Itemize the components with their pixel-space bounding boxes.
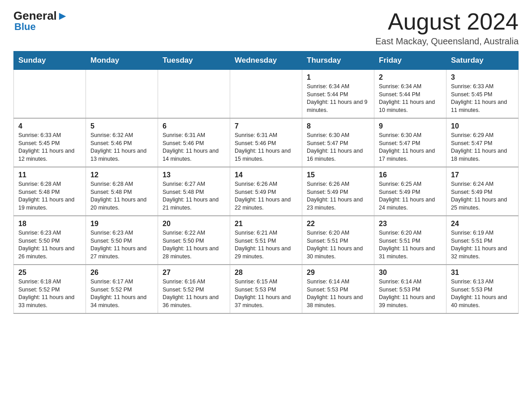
day-number: 7 — [235, 122, 297, 130]
day-number: 12 — [90, 171, 153, 179]
calendar-cell: 13Sunrise: 6:27 AMSunset: 5:48 PMDayligh… — [158, 167, 230, 216]
day-number: 25 — [18, 269, 81, 277]
calendar-cell: 27Sunrise: 6:16 AMSunset: 5:52 PMDayligh… — [158, 265, 230, 313]
col-thursday: Thursday — [302, 51, 374, 70]
calendar-cell: 3Sunrise: 6:33 AMSunset: 5:45 PMDaylight… — [446, 70, 519, 119]
day-number: 24 — [451, 220, 514, 228]
calendar-cell — [86, 70, 158, 119]
day-number: 10 — [451, 122, 514, 130]
calendar-cell: 16Sunrise: 6:25 AMSunset: 5:49 PMDayligh… — [374, 167, 446, 216]
calendar-cell: 31Sunrise: 6:13 AMSunset: 5:53 PMDayligh… — [446, 265, 519, 313]
day-info: Sunrise: 6:29 AMSunset: 5:47 PMDaylight:… — [451, 132, 507, 162]
calendar-table: Sunday Monday Tuesday Wednesday Thursday… — [13, 51, 519, 314]
day-info: Sunrise: 6:14 AMSunset: 5:53 PMDaylight:… — [379, 278, 435, 308]
day-number: 11 — [18, 171, 81, 179]
calendar-week-4: 18Sunrise: 6:23 AMSunset: 5:50 PMDayligh… — [14, 216, 519, 265]
day-info: Sunrise: 6:17 AMSunset: 5:52 PMDaylight:… — [90, 278, 146, 308]
day-info: Sunrise: 6:31 AMSunset: 5:46 PMDaylight:… — [163, 132, 219, 162]
day-number: 14 — [235, 171, 297, 179]
day-info: Sunrise: 6:28 AMSunset: 5:48 PMDaylight:… — [18, 181, 74, 211]
day-info: Sunrise: 6:26 AMSunset: 5:49 PMDaylight:… — [307, 181, 363, 211]
calendar-cell: 9Sunrise: 6:30 AMSunset: 5:47 PMDaylight… — [374, 118, 446, 167]
days-of-week-row: Sunday Monday Tuesday Wednesday Thursday… — [14, 51, 519, 70]
calendar-cell: 5Sunrise: 6:32 AMSunset: 5:46 PMDaylight… — [86, 118, 158, 167]
day-number: 21 — [235, 220, 297, 228]
day-info: Sunrise: 6:22 AMSunset: 5:50 PMDaylight:… — [163, 230, 219, 260]
day-number: 18 — [18, 220, 81, 228]
day-number: 13 — [163, 171, 225, 179]
col-saturday: Saturday — [446, 51, 519, 70]
day-info: Sunrise: 6:34 AMSunset: 5:44 PMDaylight:… — [379, 83, 435, 113]
day-info: Sunrise: 6:26 AMSunset: 5:49 PMDaylight:… — [235, 181, 291, 211]
day-info: Sunrise: 6:33 AMSunset: 5:45 PMDaylight:… — [18, 132, 74, 162]
calendar-cell: 10Sunrise: 6:29 AMSunset: 5:47 PMDayligh… — [446, 118, 519, 167]
calendar-cell: 2Sunrise: 6:34 AMSunset: 5:44 PMDaylight… — [374, 70, 446, 119]
day-number: 26 — [90, 269, 153, 277]
day-info: Sunrise: 6:15 AMSunset: 5:53 PMDaylight:… — [235, 278, 291, 308]
day-info: Sunrise: 6:33 AMSunset: 5:45 PMDaylight:… — [451, 83, 507, 113]
calendar-cell — [158, 70, 230, 119]
calendar-cell: 23Sunrise: 6:20 AMSunset: 5:51 PMDayligh… — [374, 216, 446, 265]
day-info: Sunrise: 6:23 AMSunset: 5:50 PMDaylight:… — [18, 230, 74, 260]
calendar-cell: 24Sunrise: 6:19 AMSunset: 5:51 PMDayligh… — [446, 216, 519, 265]
calendar-cell: 25Sunrise: 6:18 AMSunset: 5:52 PMDayligh… — [14, 265, 86, 313]
calendar-cell: 12Sunrise: 6:28 AMSunset: 5:48 PMDayligh… — [86, 167, 158, 216]
day-info: Sunrise: 6:20 AMSunset: 5:51 PMDaylight:… — [379, 230, 435, 260]
calendar-cell: 29Sunrise: 6:14 AMSunset: 5:53 PMDayligh… — [302, 265, 374, 313]
calendar-week-5: 25Sunrise: 6:18 AMSunset: 5:52 PMDayligh… — [14, 265, 519, 313]
col-monday: Monday — [86, 51, 158, 70]
calendar-cell: 11Sunrise: 6:28 AMSunset: 5:48 PMDayligh… — [14, 167, 86, 216]
day-info: Sunrise: 6:30 AMSunset: 5:47 PMDaylight:… — [307, 132, 363, 162]
calendar-header: Sunday Monday Tuesday Wednesday Thursday… — [14, 51, 519, 70]
col-friday: Friday — [374, 51, 446, 70]
col-sunday: Sunday — [14, 51, 86, 70]
logo-blue-label: Blue — [13, 21, 36, 33]
calendar-cell: 30Sunrise: 6:14 AMSunset: 5:53 PMDayligh… — [374, 265, 446, 313]
day-number: 16 — [379, 171, 442, 179]
calendar-title: August 2024 — [375, 9, 519, 34]
day-number: 3 — [451, 73, 514, 81]
calendar-cell: 19Sunrise: 6:23 AMSunset: 5:50 PMDayligh… — [86, 216, 158, 265]
calendar-cell: 26Sunrise: 6:17 AMSunset: 5:52 PMDayligh… — [86, 265, 158, 313]
day-number: 4 — [18, 122, 81, 130]
day-info: Sunrise: 6:18 AMSunset: 5:52 PMDaylight:… — [18, 278, 74, 308]
logo-blue-text: ► — [57, 9, 69, 23]
col-tuesday: Tuesday — [158, 51, 230, 70]
calendar-cell: 1Sunrise: 6:34 AMSunset: 5:44 PMDaylight… — [302, 70, 374, 119]
day-info: Sunrise: 6:19 AMSunset: 5:51 PMDaylight:… — [451, 230, 507, 260]
day-number: 15 — [307, 171, 369, 179]
day-number: 1 — [307, 73, 369, 81]
calendar-body: 1Sunrise: 6:34 AMSunset: 5:44 PMDaylight… — [14, 70, 519, 314]
day-number: 23 — [379, 220, 442, 228]
calendar-week-2: 4Sunrise: 6:33 AMSunset: 5:45 PMDaylight… — [14, 118, 519, 167]
calendar-cell: 22Sunrise: 6:20 AMSunset: 5:51 PMDayligh… — [302, 216, 374, 265]
day-info: Sunrise: 6:27 AMSunset: 5:48 PMDaylight:… — [163, 181, 219, 211]
calendar-cell: 20Sunrise: 6:22 AMSunset: 5:50 PMDayligh… — [158, 216, 230, 265]
day-info: Sunrise: 6:25 AMSunset: 5:49 PMDaylight:… — [379, 181, 435, 211]
calendar-cell: 8Sunrise: 6:30 AMSunset: 5:47 PMDaylight… — [302, 118, 374, 167]
calendar-cell — [14, 70, 86, 119]
day-info: Sunrise: 6:14 AMSunset: 5:53 PMDaylight:… — [307, 278, 363, 308]
title-block: August 2024 East Mackay, Queensland, Aus… — [375, 9, 519, 47]
day-number: 6 — [163, 122, 225, 130]
day-number: 9 — [379, 122, 442, 130]
day-info: Sunrise: 6:21 AMSunset: 5:51 PMDaylight:… — [235, 230, 291, 260]
day-info: Sunrise: 6:28 AMSunset: 5:48 PMDaylight:… — [90, 181, 146, 211]
day-number: 27 — [163, 269, 225, 277]
day-number: 2 — [379, 73, 442, 81]
col-wednesday: Wednesday — [230, 51, 302, 70]
calendar-cell: 17Sunrise: 6:24 AMSunset: 5:49 PMDayligh… — [446, 167, 519, 216]
calendar-week-1: 1Sunrise: 6:34 AMSunset: 5:44 PMDaylight… — [14, 70, 519, 119]
page-header: General ► Blue August 2024 East Mackay, … — [13, 9, 519, 47]
calendar-subtitle: East Mackay, Queensland, Australia — [375, 36, 519, 47]
calendar-cell: 18Sunrise: 6:23 AMSunset: 5:50 PMDayligh… — [14, 216, 86, 265]
calendar-cell: 6Sunrise: 6:31 AMSunset: 5:46 PMDaylight… — [158, 118, 230, 167]
day-number: 17 — [451, 171, 514, 179]
calendar-cell: 7Sunrise: 6:31 AMSunset: 5:46 PMDaylight… — [230, 118, 302, 167]
calendar-cell: 14Sunrise: 6:26 AMSunset: 5:49 PMDayligh… — [230, 167, 302, 216]
day-number: 20 — [163, 220, 225, 228]
calendar-cell: 21Sunrise: 6:21 AMSunset: 5:51 PMDayligh… — [230, 216, 302, 265]
day-number: 22 — [307, 220, 369, 228]
day-number: 8 — [307, 122, 369, 130]
calendar-cell — [230, 70, 302, 119]
